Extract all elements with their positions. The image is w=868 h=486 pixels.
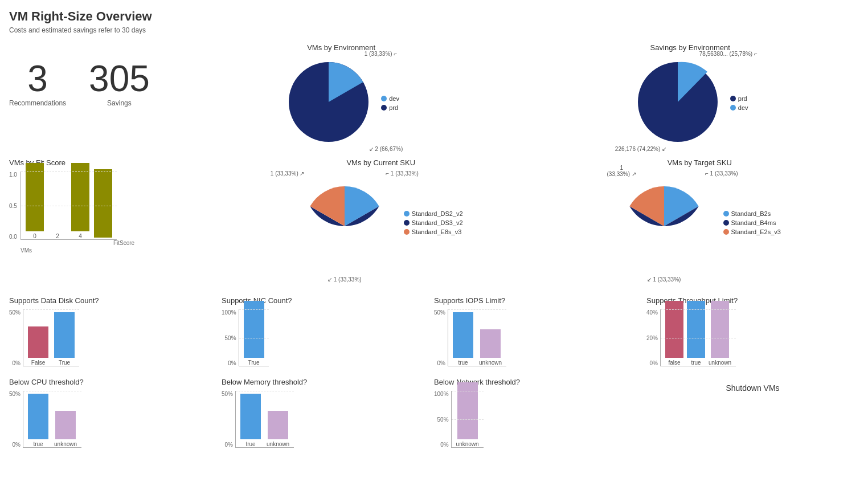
iops-title: Supports IOPS Limit? (434, 296, 646, 305)
bar-unknown-tp-label: unknown (709, 360, 731, 366)
throughput-y-axis: 40% 20% 0% (646, 309, 660, 366)
vms-env-pie (283, 56, 374, 148)
memory-title: Below Memory threshold? (222, 378, 434, 386)
bar-true-tp: true (687, 301, 705, 366)
legend-b4ms-dot (723, 220, 729, 226)
nic-y1: 100% (222, 309, 236, 316)
y-label-mid: 0.5 (9, 203, 17, 209)
below-memory: Below Memory threshold? 50% 0% true unkn… (222, 378, 434, 448)
bar-true-iops-label: true (458, 360, 468, 366)
recommendations-label: Recommendations (9, 99, 66, 107)
current-sku-ann-3: ↙ 1 (33,33%) (327, 276, 362, 283)
legend-prd-label: prd (389, 104, 398, 111)
net-y2: 50% (434, 416, 449, 423)
bar-unknown-cpu-rect (55, 411, 76, 439)
bar-0-label: 0 (33, 233, 36, 239)
net-y1: 100% (434, 391, 449, 397)
legend-b2s-label: Standard_B2s (731, 210, 771, 217)
vms-env-title: VMs by Environment (173, 43, 510, 52)
bar-unknown-cpu: unknown (54, 411, 77, 447)
legend-dev-dot (381, 96, 387, 101)
bar-unknown-net: unknown (456, 382, 479, 447)
y-label-bot: 0.0 (9, 234, 17, 240)
legend-savings-prd: prd (730, 95, 748, 102)
iops-y1: 50% (434, 309, 445, 316)
cpu-y-axis: 50% 0% (9, 391, 23, 448)
net-y3: 0% (434, 442, 449, 448)
supports-nic: Supports NIC Count? 100% 50% 0% True (222, 296, 434, 366)
supports-iops: Supports IOPS Limit? 50% 0% true unknown (434, 296, 646, 366)
nic-bars: True (239, 309, 269, 366)
shutdown-vms: Shutdown VMs (646, 378, 859, 448)
bar-unknown-mem: unknown (267, 411, 289, 447)
savings-env-annotation-1: 78,56380... (25,78%) ⌐ (699, 51, 758, 57)
vms-by-fit-score: VMs by Fit Score 1.0 0.5 0.0 0 (9, 158, 222, 254)
legend-b4ms-label: Standard_B4ms (731, 219, 776, 226)
current-sku-title: VMs by Current SKU (222, 158, 541, 167)
recommendations-value: 3 (9, 60, 66, 97)
iops-y-axis: 50% 0% (434, 309, 448, 366)
savings-value: 305 (89, 60, 150, 97)
vms-by-target-sku: VMs by Target SKU 1(33,33%) ↗ ⌐ 1 (33,33… (541, 158, 859, 273)
bar-false-dd: False (28, 326, 48, 366)
legend-dev: dev (381, 95, 399, 102)
target-sku-title: VMs by Target SKU (541, 158, 859, 167)
page-header: VM Right-Size Overview Costs and estimat… (9, 9, 859, 34)
bar-true-dd: True (54, 312, 75, 366)
nic-y3: 0% (222, 360, 236, 366)
current-sku-pie (299, 181, 390, 272)
vms-by-environment: VMs by Environment 1 (33,33%) ⌐ ↙ 2 (66,… (173, 43, 510, 149)
stats-section: 3 Recommendations 305 Savings (9, 60, 161, 107)
target-sku-ann-2: ⌐ 1 (33,33%) (705, 170, 738, 177)
cpu-bars: true unknown (23, 391, 81, 448)
supports-data-disk: Supports Data Disk Count? 50% 0% False T… (9, 296, 222, 366)
y-label-top: 1.0 (9, 171, 17, 178)
legend-ds3v2: Standard_DS3_v2 (404, 219, 463, 226)
current-sku-ann-2: ⌐ 1 (33,33%) (386, 170, 419, 177)
legend-savings-dev-label: dev (738, 104, 748, 111)
legend-savings-prd-label: prd (738, 95, 747, 102)
recommendations-stat: 3 Recommendations (9, 60, 66, 107)
cpu-title: Below CPU threshold? (9, 378, 222, 386)
vms-y-label: VMs (21, 247, 222, 254)
tp-y1: 40% (646, 309, 658, 316)
bar-true-iops-rect (453, 312, 473, 358)
bar-0-rect (26, 163, 44, 231)
memory-y-axis: 50% 0% (222, 391, 235, 448)
data-disk-title: Supports Data Disk Count? (9, 296, 222, 305)
legend-b4ms: Standard_B4ms (723, 219, 781, 226)
target-sku-legend: Standard_B2s Standard_B4ms Standard_E2s_… (723, 210, 781, 235)
bar-2: 2 (48, 231, 67, 239)
legend-savings-prd-dot (730, 96, 736, 101)
stats-block: 3 Recommendations 305 Savings (9, 60, 150, 107)
memory-bars: true unknown (235, 391, 294, 448)
target-sku-ann-3: ↙ 1 (33,33%) (647, 276, 681, 283)
savings-by-environment: Savings by Environment 78,56380... (25,7… (521, 43, 859, 149)
legend-savings-dev: dev (730, 104, 748, 111)
legend-e2sv3-dot (723, 229, 729, 235)
bar-true-nic: True (244, 301, 264, 366)
network-y-axis: 100% 50% 0% (434, 391, 451, 448)
mem-y2: 0% (222, 442, 233, 448)
fit-score-y-axis: 1.0 0.5 0.0 (9, 171, 19, 240)
cpu-y1: 50% (9, 391, 21, 397)
legend-prd: prd (381, 104, 399, 111)
bar-unknown-iops-rect (480, 329, 501, 358)
bar-unknown-tp: unknown (709, 301, 731, 366)
bar-4: 4 (71, 163, 89, 239)
bar-true-iops: true (453, 312, 473, 366)
bar-extra-rect (94, 169, 112, 238)
bar-true-cpu: true (28, 394, 48, 447)
fit-score-x-label: FitScore (26, 240, 222, 246)
legend-e8sv3: Standard_E8s_v3 (404, 228, 463, 235)
bar-unknown-iops: unknown (479, 329, 502, 366)
savings-env-annotation-2: 226,176 (74,22%) ↙ (615, 146, 666, 152)
legend-ds3v2-label: Standard_DS3_v2 (412, 219, 463, 226)
bar-true-cpu-label: true (33, 441, 43, 447)
bar-unknown-mem-label: unknown (267, 441, 289, 447)
savings-env-pie (632, 56, 723, 148)
legend-prd-dot (381, 105, 387, 111)
page-subtitle: Costs and estimated savings refer to 30 … (9, 26, 859, 34)
bar-true-tp-label: true (691, 360, 701, 366)
bar-4-rect (71, 163, 89, 231)
